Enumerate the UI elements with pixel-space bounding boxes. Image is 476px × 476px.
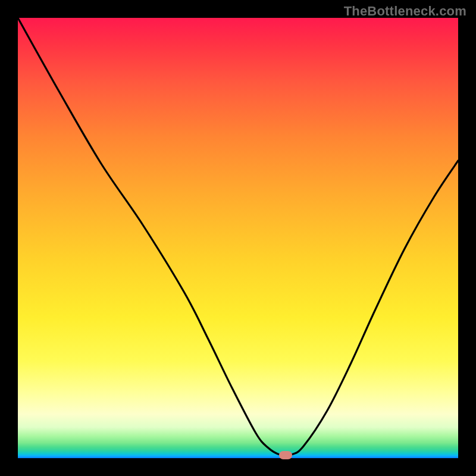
optimal-point-marker (279, 451, 292, 459)
bottleneck-curve (18, 18, 458, 458)
watermark-text: TheBottleneck.com (344, 4, 466, 19)
chart-area (18, 18, 458, 458)
